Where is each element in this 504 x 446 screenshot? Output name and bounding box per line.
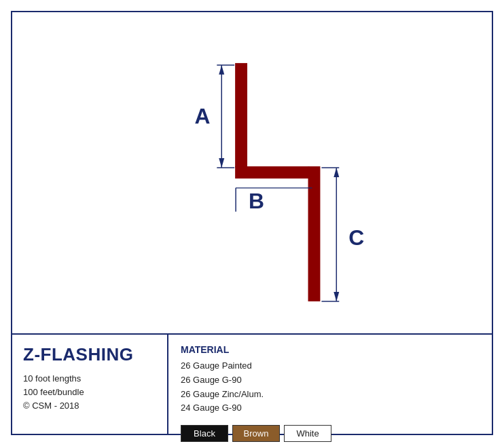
product-title: Z-FLASHING — [23, 344, 156, 365]
material-list: 26 Gauge Painted26 Gauge G-9026 Gauge Zi… — [181, 359, 480, 415]
svg-rect-2 — [308, 166, 321, 301]
svg-marker-7 — [219, 158, 224, 168]
product-card: A B C Z-FLASHING 10 f — [11, 11, 493, 435]
material-item-0: 26 Gauge Painted — [181, 359, 480, 373]
swatch-white: White — [284, 425, 331, 442]
z-flashing-diagram: A B C — [12, 12, 492, 333]
label-b: B — [249, 189, 264, 213]
details-line1: 10 foot lengths — [23, 372, 156, 386]
material-item-3: 24 Gauge G-90 — [181, 401, 480, 415]
svg-rect-1 — [235, 166, 309, 179]
right-info: MATERIAL 26 Gauge Painted26 Gauge G-9026… — [168, 335, 492, 434]
swatch-black: Black — [181, 425, 228, 442]
swatch-brown: Brown — [232, 425, 280, 442]
svg-marker-13 — [334, 168, 339, 177]
details-line2: 100 feet/bundle — [23, 386, 156, 399]
svg-rect-0 — [235, 63, 247, 168]
label-c: C — [348, 225, 364, 250]
left-info: Z-FLASHING 10 foot lengths 100 feet/bund… — [12, 335, 168, 434]
bottom-panel: Z-FLASHING 10 foot lengths 100 feet/bund… — [12, 333, 492, 434]
material-item-1: 26 Gauge G-90 — [181, 373, 480, 388]
copyright: © CSM - 2018 — [23, 399, 156, 413]
product-details: 10 foot lengths 100 feet/bundle © CSM - … — [23, 372, 156, 413]
diagram-area: A B C — [12, 12, 492, 333]
label-a: A — [194, 104, 210, 128]
svg-marker-14 — [334, 292, 339, 301]
svg-marker-6 — [219, 65, 224, 75]
material-heading: MATERIAL — [181, 344, 480, 355]
material-item-2: 26 Gauge Zinc/Alum. — [181, 388, 480, 402]
color-swatches: Black Brown White — [181, 425, 480, 442]
